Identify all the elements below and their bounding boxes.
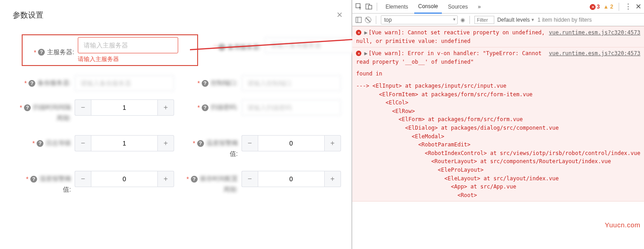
threshold1-stepper[interactable]: − + bbox=[242, 135, 341, 151]
threshold2-stepper[interactable]: − + bbox=[75, 171, 174, 187]
found-in-label: found in bbox=[356, 70, 640, 78]
main-server-label: 主服务器: bbox=[47, 48, 74, 56]
expand-icon[interactable]: ▶ bbox=[364, 29, 367, 36]
console-error-2[interactable]: vue.runtime.esm.js?c320:4573 ✕▶[Vue warn… bbox=[352, 47, 644, 202]
plus-icon[interactable]: + bbox=[158, 99, 174, 116]
highlight-box: * ? 主服务器: 请输入主服务器 bbox=[22, 34, 198, 66]
log-levels-select[interactable]: Default levels ▼ bbox=[497, 17, 535, 23]
threshold2-label: 湿度报警阈 bbox=[39, 175, 71, 183]
settings-icon[interactable]: ⋮ bbox=[625, 2, 632, 11]
log-source-link[interactable]: vue.runtime.esm.js?c320:4573 bbox=[549, 28, 640, 37]
minus-icon[interactable]: − bbox=[242, 171, 258, 187]
devtools-close-icon[interactable]: ✕ bbox=[635, 2, 641, 11]
threshold2-value[interactable] bbox=[91, 171, 158, 187]
field4-label: 控制端口: bbox=[211, 79, 238, 87]
threshold1-value[interactable] bbox=[258, 135, 325, 151]
field3-input[interactable] bbox=[75, 75, 174, 91]
main-server-input[interactable] bbox=[78, 37, 178, 53]
field6-label: 扫描密码: bbox=[211, 103, 238, 112]
main-server-error: 请输入主服务器 bbox=[78, 55, 178, 63]
level-stepper[interactable]: − + bbox=[75, 135, 174, 151]
interval-stepper[interactable]: − + bbox=[75, 99, 174, 116]
plus-icon[interactable]: + bbox=[158, 135, 174, 151]
minus-icon[interactable]: − bbox=[75, 135, 91, 151]
stack-trace: ---> <ElInput> at packages/input/src/inp… bbox=[356, 82, 640, 199]
required-mark: * bbox=[34, 49, 36, 56]
context-select[interactable]: top bbox=[381, 15, 458, 24]
console-filter-bar: top ◉ Default levels ▼ 1 item hidden by … bbox=[352, 14, 644, 26]
interval-value[interactable] bbox=[91, 99, 158, 116]
threshold1-sub: 值: bbox=[176, 150, 242, 158]
tab-console[interactable]: Console bbox=[414, 0, 441, 14]
tab-sources[interactable]: Sources bbox=[445, 1, 472, 13]
dialog-title: 参数设置 bbox=[13, 10, 43, 20]
tab-elements[interactable]: Elements bbox=[382, 1, 412, 13]
log-source-link[interactable]: vue.runtime.esm.js?c320:4573 bbox=[549, 49, 640, 58]
error-icon: ✕ bbox=[356, 51, 361, 56]
interval-sub: 周期: bbox=[9, 114, 75, 122]
sidebar-toggle-icon[interactable] bbox=[355, 16, 362, 23]
threshold3-value[interactable] bbox=[258, 171, 325, 187]
field6-input[interactable] bbox=[242, 99, 341, 116]
threshold3-label: 留存时间配置 bbox=[200, 175, 238, 183]
level-value[interactable] bbox=[91, 135, 158, 151]
level-label: 日志等级 bbox=[46, 139, 71, 147]
help-icon[interactable]: ? bbox=[30, 176, 37, 183]
help-icon[interactable]: ? bbox=[191, 176, 198, 183]
clear-console-icon[interactable] bbox=[365, 17, 371, 23]
error-icon: ✕ bbox=[356, 30, 361, 35]
plus-icon[interactable]: + bbox=[158, 171, 174, 187]
hidden-count: 1 item hidden by filters bbox=[537, 17, 592, 23]
form-area: * ? 主服务器: 请输入主服务器 *? 备用服务器: bbox=[0, 30, 351, 194]
field4-input[interactable] bbox=[242, 75, 341, 91]
devtools-panel: Elements Console Sources » ✕3 ▲ 2 ⋮ ✕ to… bbox=[352, 0, 644, 249]
threshold1-label: 温度报警阈 bbox=[206, 139, 238, 147]
minus-icon[interactable]: − bbox=[242, 135, 258, 151]
svg-rect-4 bbox=[369, 5, 372, 9]
svg-rect-5 bbox=[356, 17, 361, 23]
backup-server-input[interactable] bbox=[265, 37, 364, 53]
expand-icon[interactable]: ▶ bbox=[364, 50, 367, 56]
help-icon[interactable]: ? bbox=[28, 80, 35, 87]
threshold2-sub: 值: bbox=[9, 186, 75, 194]
close-icon[interactable]: × bbox=[337, 9, 343, 21]
inspect-icon[interactable] bbox=[355, 3, 362, 10]
threshold3-stepper[interactable]: − + bbox=[242, 171, 341, 187]
dialog-panel: 参数设置 × * ? 主服务器: 请输入主服务器 bbox=[0, 0, 352, 249]
help-icon[interactable]: ? bbox=[24, 104, 31, 111]
console-body: vue.runtime.esm.js?c320:4573 ✕▶[Vue warn… bbox=[352, 26, 644, 249]
warning-badge[interactable]: ▲ 2 bbox=[603, 4, 613, 10]
minus-icon[interactable]: − bbox=[75, 171, 91, 187]
backup-server-label: 备用服务器: bbox=[227, 43, 261, 52]
plus-icon[interactable]: + bbox=[325, 135, 341, 151]
plus-icon[interactable]: + bbox=[325, 171, 341, 187]
interval-label: 扫描时间间隔 bbox=[33, 103, 71, 112]
help-icon[interactable]: ? bbox=[202, 80, 208, 87]
help-icon[interactable]: ? bbox=[197, 140, 204, 147]
filter-input[interactable] bbox=[474, 16, 494, 24]
threshold3-sub: 周期: bbox=[176, 186, 242, 194]
help-icon[interactable]: ? bbox=[38, 49, 45, 56]
error-badge[interactable]: ✕3 bbox=[590, 4, 600, 10]
minus-icon[interactable]: − bbox=[75, 99, 91, 116]
field3-label: 备份服务器: bbox=[38, 79, 71, 87]
devtools-tabbar: Elements Console Sources » ✕3 ▲ 2 ⋮ ✕ bbox=[352, 0, 644, 14]
help-icon[interactable]: ? bbox=[202, 104, 208, 111]
help-icon[interactable]: ? bbox=[37, 140, 43, 147]
tabs-overflow[interactable]: » bbox=[474, 1, 485, 13]
device-icon[interactable] bbox=[365, 3, 372, 10]
console-error-1[interactable]: vue.runtime.esm.js?c320:4573 ✕▶[Vue warn… bbox=[352, 26, 644, 47]
watermark: Yuucn.com bbox=[605, 221, 640, 229]
